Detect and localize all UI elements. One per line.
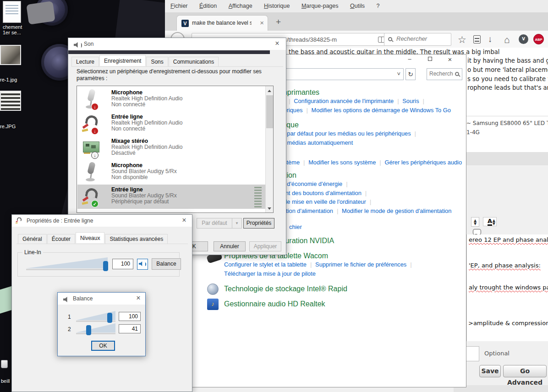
section-heading: Technologie de stockage Intel® Rapid bbox=[224, 285, 463, 293]
device-row-microphone-realtek[interactable]: ↓ Microphone Realtek High Definition Aud… bbox=[77, 87, 265, 112]
device-row-stereo-mix[interactable]: ↓ Mixage stéréo Realtek High Definition … bbox=[77, 136, 265, 160]
properties-button[interactable]: Propriétés bbox=[243, 218, 274, 229]
control-panel-search-input[interactable] bbox=[429, 71, 453, 77]
speaker-icon bbox=[139, 261, 143, 266]
bookmark-star-icon[interactable]: ☆ bbox=[458, 34, 466, 45]
cp-link[interactable]: Configurer le stylet et la tablette bbox=[224, 261, 307, 268]
scroll-up-icon[interactable] bbox=[266, 86, 274, 94]
cp-link[interactable]: Télécharger la mise à jour de pilote bbox=[224, 270, 316, 277]
save-button[interactable]: Save bbox=[479, 365, 501, 377]
channel-1-slider[interactable] bbox=[76, 311, 115, 322]
menu-affichage[interactable]: Affichage bbox=[229, 3, 252, 9]
apply-button[interactable]: Appliquer bbox=[249, 241, 281, 251]
tab-sons[interactable]: Sons bbox=[146, 57, 168, 67]
menu-fichier[interactable]: Fichier bbox=[170, 3, 188, 9]
channel-2-slider[interactable] bbox=[76, 323, 115, 334]
menu-outils[interactable]: Outils bbox=[350, 3, 365, 9]
close-icon[interactable]: × bbox=[133, 294, 143, 302]
menu-historique[interactable]: Historique bbox=[264, 3, 290, 9]
search-input[interactable] bbox=[396, 35, 447, 42]
slider-thumb[interactable] bbox=[103, 261, 108, 271]
chevron-down-icon[interactable]: ˅ bbox=[397, 71, 400, 77]
scroll-down-icon[interactable] bbox=[266, 205, 274, 212]
signature-line: ~ Samsung ES8000 65" LED T bbox=[466, 120, 548, 126]
control-panel-search[interactable] bbox=[427, 68, 462, 80]
mute-speaker-button[interactable] bbox=[137, 259, 148, 270]
cp-link[interactable]: Supprimer le fichier de préférences bbox=[315, 261, 406, 268]
channel-2-value[interactable]: 41 bbox=[119, 324, 141, 333]
tab-communications[interactable]: Communications bbox=[169, 57, 219, 67]
device-row-microphone-audigy[interactable]: Microphone Sound Blaster Audigy 5/Rx Non… bbox=[77, 160, 265, 185]
default-device-button[interactable]: Par défaut bbox=[197, 218, 232, 229]
desktop-icon-recycle-bin[interactable]: beill bbox=[1, 360, 10, 384]
list-scrollbar[interactable] bbox=[265, 86, 273, 212]
close-icon[interactable]: × bbox=[179, 216, 189, 224]
section-heading: Gestionnaire audio HD Realtek bbox=[224, 300, 463, 308]
close-button[interactable]: × bbox=[442, 55, 458, 63]
home-icon[interactable]: ⌂ bbox=[504, 34, 510, 45]
device-status: Non connecté bbox=[111, 125, 145, 132]
go-advanced-button[interactable]: Go Advanced bbox=[503, 365, 547, 377]
cp-link[interactable]: Modifier les options de démarrage de Win… bbox=[312, 107, 451, 114]
cp-link[interactable]: Modifier les sons système bbox=[308, 159, 376, 166]
line-in-group: Line-In 100 Balance bbox=[17, 252, 180, 277]
device-name: Mixage stéréo bbox=[111, 138, 148, 144]
tab-ecouter[interactable]: Écouter bbox=[47, 234, 75, 244]
menu-edition[interactable]: Édition bbox=[199, 3, 217, 9]
desktop-icon-image-2[interactable]: re.JPG bbox=[0, 91, 21, 129]
cp-link-fragment[interactable]: chier bbox=[289, 223, 302, 230]
desktop-icon-image-1[interactable]: re-1.jpg bbox=[0, 45, 21, 82]
adblock-plus-icon[interactable]: ABP bbox=[533, 34, 544, 44]
slider-thumb[interactable] bbox=[107, 313, 112, 323]
new-tab-button[interactable]: + bbox=[276, 17, 281, 27]
maximize-button[interactable] bbox=[422, 55, 438, 62]
refresh-button[interactable]: ↻ bbox=[406, 68, 416, 80]
device-name: Entrée ligne bbox=[111, 114, 143, 120]
reply-textarea[interactable]: ereo 12 EP and phase anal 'EP, and phase… bbox=[466, 234, 548, 341]
default-dropdown-button[interactable]: ▼ bbox=[232, 218, 242, 229]
balance-ok-button[interactable]: OK bbox=[91, 341, 115, 351]
line-in-volume-slider[interactable] bbox=[26, 257, 108, 270]
browser-tab[interactable]: V make the balance level simil × bbox=[176, 15, 268, 31]
reply-line: 'EP, and phase analysis: bbox=[469, 262, 541, 269]
link-row: Télécharger la mise à jour de pilote bbox=[224, 269, 463, 278]
downloads-icon[interactable]: ↓ bbox=[488, 34, 493, 44]
font-color-button[interactable]: A ▲▼ bbox=[483, 217, 497, 226]
optional-label: Optional bbox=[484, 350, 510, 357]
volume-value[interactable]: 100 bbox=[112, 259, 133, 269]
device-status: Non disponible bbox=[111, 174, 148, 180]
minimize-button[interactable]: – bbox=[402, 55, 417, 62]
link-divider bbox=[419, 97, 428, 104]
cp-link[interactable]: Configuration avancée de l'imprimante bbox=[294, 98, 394, 104]
cp-link[interactable]: Modifier le mode de gestion d'alimentati… bbox=[342, 207, 451, 214]
tab-niveaux[interactable]: Niveaux bbox=[76, 232, 104, 243]
balance-button[interactable]: Balance bbox=[152, 258, 181, 270]
menu-aide[interactable]: ? bbox=[376, 3, 379, 9]
search-box[interactable] bbox=[384, 33, 451, 46]
desktop-icon-document[interactable]: chement 1er se... bbox=[3, 1, 22, 35]
close-icon[interactable]: × bbox=[272, 39, 282, 48]
channel-1-value[interactable]: 100 bbox=[119, 312, 141, 321]
cancel-button[interactable]: Annuler bbox=[214, 241, 246, 251]
section-intel-rst: Technologie de stockage Intel® Rapid bbox=[183, 285, 463, 293]
device-row-line-in-audigy-selected[interactable]: ✓ Entrée ligne Sound Blaster Audigy 5/Rx… bbox=[77, 185, 265, 209]
link-divider bbox=[302, 106, 311, 114]
device-row-line-in-realtek[interactable]: ↓ Entrée ligne Realtek High Definition A… bbox=[77, 112, 265, 136]
tab-lecture[interactable]: Lecture bbox=[71, 57, 99, 67]
tab-close-icon[interactable]: × bbox=[260, 19, 264, 27]
cp-link[interactable]: Gérer les périphériques audio bbox=[384, 159, 462, 166]
image-thumbnail-icon bbox=[0, 45, 21, 65]
bookmarks-menu-icon[interactable] bbox=[473, 35, 481, 44]
intel-rst-icon bbox=[207, 283, 219, 295]
line-in-icon: ↓ bbox=[82, 114, 102, 135]
scrollbar-thumb[interactable] bbox=[266, 95, 273, 128]
url-text: /threads/384825-m bbox=[287, 36, 337, 43]
cp-link[interactable]: Souris bbox=[402, 98, 419, 104]
tab-general[interactable]: Général bbox=[18, 234, 47, 244]
font-size-spinner[interactable]: ▲▼ bbox=[471, 217, 479, 227]
tab-enregistrement[interactable]: Enregistrement bbox=[99, 55, 146, 66]
slider-thumb[interactable] bbox=[86, 325, 91, 335]
menu-marque-pages[interactable]: Marque-pages bbox=[301, 3, 339, 9]
pocket-icon[interactable]: v bbox=[519, 34, 528, 44]
tab-statistiques[interactable]: Statistiques avancées bbox=[105, 234, 168, 244]
